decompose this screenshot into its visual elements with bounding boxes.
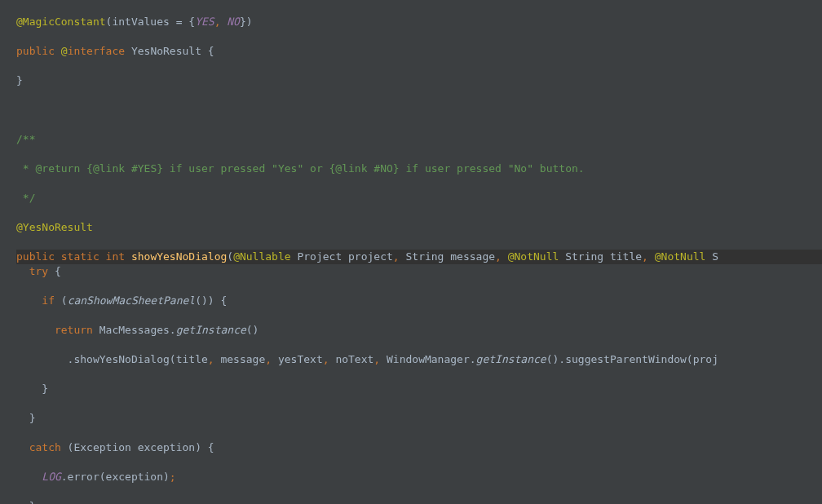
code-line: if (canShowMacSheetPanel()) { — [16, 294, 822, 308]
keyword-static: static — [61, 250, 106, 263]
code-line: @MagicConstant(intValues = {YES, NO}) — [16, 15, 822, 29]
keyword-if: if — [42, 294, 55, 307]
log-field: LOG — [42, 471, 60, 483]
javadoc-close: */ — [16, 191, 822, 206]
keyword-return: return — [55, 324, 93, 336]
blank-line — [16, 103, 822, 117]
code-editor[interactable]: @MagicConstant(intValues = {YES, NO}) pu… — [0, 0, 822, 504]
keyword-try: try — [29, 265, 48, 277]
javadoc-open: /** — [16, 132, 822, 147]
keyword-public: public — [16, 45, 61, 57]
code-line: } — [16, 499, 822, 504]
code-line: return MacMessages.getInstance() — [16, 323, 822, 338]
method-name: showYesNoDialog — [131, 250, 227, 263]
annotation-nullable: @Nullable — [233, 250, 290, 263]
javadoc-tag: @return — [35, 162, 80, 175]
annotation-line: @YesNoResult — [16, 220, 822, 235]
method-call: canShowMacSheetPanel — [68, 294, 196, 307]
code-line: } — [16, 411, 822, 426]
code-line: } — [16, 73, 822, 88]
keyword-int: int — [106, 250, 131, 263]
keyword-interface: interface — [68, 45, 125, 57]
keyword-catch: catch — [29, 441, 61, 453]
code-line: public @interface YesNoResult { — [16, 44, 822, 59]
code-line: LOG.error(exception); — [16, 470, 822, 484]
keyword-public: public — [16, 250, 61, 263]
annotation-notnull: @NotNull — [508, 250, 559, 263]
javadoc-line: * @return {@link #YES} if user pressed "… — [16, 161, 822, 176]
code-line: .showYesNoDialog(title, message, yesText… — [16, 352, 822, 367]
code-line: try { — [16, 264, 822, 279]
method-signature-current: public static int showYesNoDialog(@Nulla… — [16, 250, 822, 264]
code-line: catch (Exception exception) { — [16, 440, 822, 455]
annotation: @MagicConstant — [16, 15, 106, 28]
code-line: } — [16, 382, 822, 396]
